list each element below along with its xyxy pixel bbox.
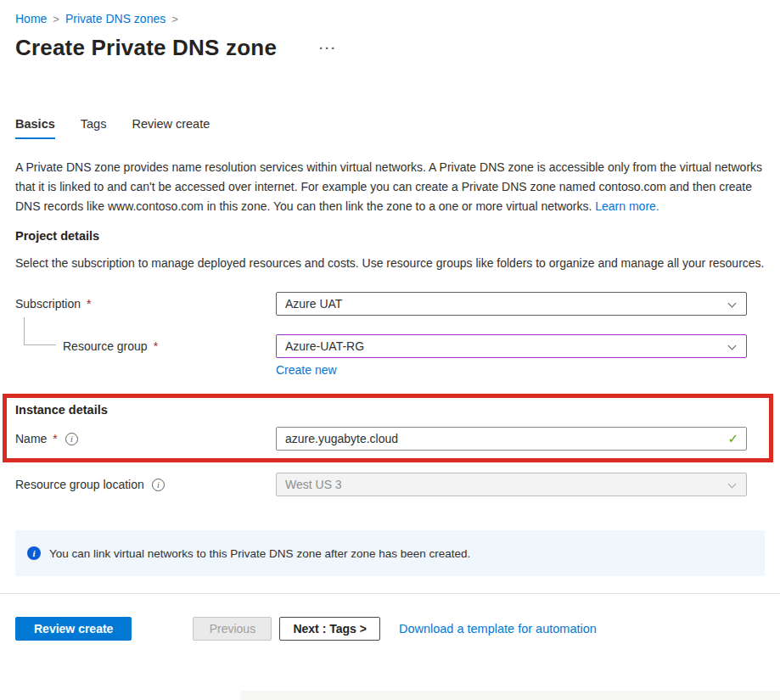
resource-group-row: Resource group* Azure-UAT-RG [15, 334, 765, 358]
required-asterisk: * [154, 339, 158, 353]
chevron-down-icon [728, 300, 737, 308]
banner-info-icon: i [27, 546, 41, 560]
info-icon[interactable]: i [152, 479, 165, 491]
tab-bar: Basics Tags Review create [15, 117, 765, 139]
location-select: West US 3 [276, 473, 747, 496]
info-banner: i You can link virtual networks to this … [15, 530, 765, 576]
next-tags-button[interactable]: Next : Tags > [279, 617, 380, 641]
valid-check-icon: ✓ [727, 431, 738, 446]
intro-text: A Private DNS zone provides name resolut… [15, 158, 765, 216]
breadcrumb-separator: > [53, 13, 59, 25]
resource-group-value: Azure-UAT-RG [285, 339, 364, 353]
learn-more-link[interactable]: Learn more. [595, 199, 659, 213]
chevron-down-icon [728, 480, 737, 489]
bottom-strip [240, 691, 780, 700]
create-new-link[interactable]: Create new [276, 363, 337, 377]
tab-review-create[interactable]: Review create [132, 117, 210, 139]
section-heading-instance-details: Instance details [15, 403, 752, 417]
breadcrumb-link-home[interactable]: Home [15, 12, 47, 25]
subscription-label: Subscription* [15, 297, 276, 311]
download-template-link[interactable]: Download a template for automation [399, 622, 597, 636]
location-label-text: Resource group location [15, 478, 144, 491]
name-label: Name* i [15, 432, 276, 445]
resource-group-select[interactable]: Azure-UAT-RG [276, 334, 747, 358]
more-options-button[interactable]: ··· [316, 39, 340, 57]
page-title: Create Private DNS zone [15, 35, 277, 61]
previous-button[interactable]: Previous [193, 617, 272, 641]
name-input[interactable] [277, 428, 746, 450]
chevron-down-icon [728, 342, 737, 350]
name-row: Name* i ✓ [15, 427, 752, 451]
location-row: Resource group location i West US 3 [15, 473, 765, 496]
tab-basics[interactable]: Basics [15, 117, 55, 139]
footer-actions: Review create Previous Next : Tags > Dow… [15, 617, 765, 641]
name-label-text: Name [15, 432, 47, 445]
breadcrumb-separator: > [171, 13, 178, 25]
required-asterisk: * [87, 297, 91, 311]
project-details-description: Select the subscription to manage deploy… [15, 254, 765, 273]
resource-group-label-text: Resource group [63, 339, 148, 353]
subscription-row: Subscription* Azure UAT [15, 292, 765, 316]
instance-details-highlight: Instance details Name* i ✓ [3, 394, 773, 462]
tree-connector [24, 317, 56, 345]
info-icon[interactable]: i [65, 433, 78, 445]
subscription-select[interactable]: Azure UAT [276, 292, 747, 316]
subscription-label-text: Subscription [15, 297, 81, 311]
footer-divider [0, 593, 780, 594]
review-create-button[interactable]: Review create [15, 617, 132, 641]
section-heading-project-details: Project details [15, 229, 765, 243]
breadcrumb: Home>Private DNS zones> [15, 0, 765, 25]
info-banner-text: You can link virtual networks to this Pr… [49, 547, 470, 560]
location-label: Resource group location i [15, 478, 276, 491]
breadcrumb-link-private-dns-zones[interactable]: Private DNS zones [65, 12, 166, 25]
name-input-wrap: ✓ [276, 427, 747, 451]
required-asterisk: * [53, 432, 57, 445]
tab-tags[interactable]: Tags [81, 117, 107, 139]
subscription-value: Azure UAT [285, 297, 342, 311]
location-value: West US 3 [285, 478, 342, 491]
